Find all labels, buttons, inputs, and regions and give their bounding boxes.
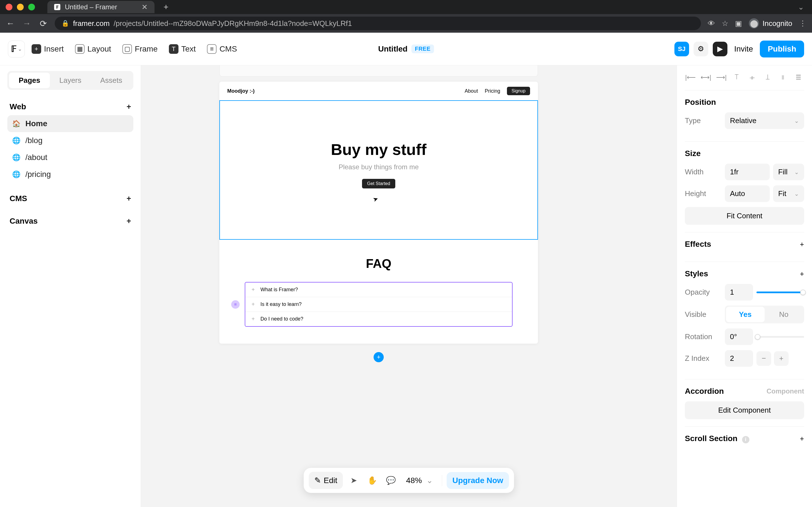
visible-yes[interactable]: Yes [726,307,765,322]
maximize-window-icon[interactable] [28,4,35,10]
page-item-home[interactable]: 🏠 Home [7,115,133,132]
add-section-fab[interactable]: + [373,352,384,362]
component-handle-icon[interactable]: ≡ [231,300,240,309]
edit-mode-button[interactable]: ✎ Edit [309,472,343,489]
hand-tool-button[interactable]: ✋ [364,472,380,489]
add-effect-icon[interactable]: + [800,240,804,249]
size-section: Size Width 1fr Fill ⌄ Height Auto Fit ⌄ … [685,142,804,232]
incognito-badge[interactable]: ⬤ Incognito [749,18,792,29]
rotation-label: Rotation [685,332,721,341]
expand-icon: + [252,301,255,307]
height-input[interactable]: Auto [725,185,770,202]
rotation-input[interactable]: 0° [725,328,753,345]
eye-off-icon[interactable]: 👁 [708,19,715,28]
select-tool-button[interactable]: ➤ [346,472,361,489]
reload-icon[interactable]: ⟳ [38,18,48,29]
tabs-overflow-icon[interactable]: ⌄ [798,3,804,11]
minimize-window-icon[interactable] [17,4,24,10]
back-icon[interactable]: ← [6,18,15,28]
publish-button[interactable]: Publish [760,41,804,57]
favicon-icon: 𝔽 [54,4,60,10]
slider-thumb[interactable] [800,290,806,295]
accordion-item[interactable]: + What is Framer? [245,283,512,297]
align-left-icon[interactable]: |⟵ [685,73,696,82]
close-window-icon[interactable] [6,4,12,10]
kebab-menu-icon[interactable]: ⋮ [799,19,806,28]
text-button[interactable]: T Text [164,41,200,57]
height-mode-select[interactable]: Fit ⌄ [773,185,804,202]
add-page-icon[interactable]: + [126,102,131,111]
gear-icon: ⚙ [698,45,704,53]
position-type-select[interactable]: Relative ⌄ [725,112,804,129]
add-canvas-icon[interactable]: + [126,217,131,226]
artboard[interactable]: Moodjoy :-) About Pricing Signup Buy my … [219,82,538,344]
align-top-icon[interactable]: ⟙ [731,73,742,82]
zindex-decrement[interactable]: − [756,351,771,366]
accordion-item[interactable]: + Is it easy to learn? [245,297,512,312]
upgrade-button[interactable]: Upgrade Now [447,472,509,489]
distribute-h-icon[interactable]: ⫴ [777,73,789,82]
faq-section[interactable]: FAQ ≡ + What is Framer? + Is it easy to … [219,240,538,344]
accordion-item[interactable]: + Do I need to code? [245,312,512,326]
fit-content-button[interactable]: Fit Content [685,207,804,225]
text-icon: T [169,44,179,54]
tab-assets[interactable]: Assets [91,73,132,88]
zindex-increment[interactable]: + [774,351,789,366]
hero-title: Buy my stuff [231,140,526,159]
artboard-header[interactable] [219,65,538,76]
edit-component-button[interactable]: Edit Component [685,401,804,419]
cms-button[interactable]: ≡ CMS [202,41,241,57]
new-tab-button[interactable]: + [163,2,168,12]
panel-icon[interactable]: ▣ [735,19,742,28]
visible-no[interactable]: No [765,307,803,322]
preview-button[interactable]: ▶ [713,42,727,56]
settings-button[interactable]: ⚙ [694,42,708,56]
rotation-slider[interactable] [756,336,804,338]
align-right-icon[interactable]: ⟶| [716,73,727,82]
add-scroll-icon[interactable]: + [800,434,804,443]
opacity-label: Opacity [685,288,721,297]
align-bottom-icon[interactable]: ⟘ [762,73,773,82]
width-mode: Fill [778,168,788,176]
zindex-input[interactable]: 2 [725,350,753,367]
width-input[interactable]: 1fr [725,164,770,180]
align-center-h-icon[interactable]: ⟷| [700,73,712,82]
distribute-v-icon[interactable]: ☰ [793,73,804,82]
layout-button[interactable]: ▦ Layout [70,41,116,57]
type-value: Relative [730,116,756,125]
tab-pages[interactable]: Pages [9,73,50,88]
globe-icon: 🌐 [12,136,20,145]
page-item-pricing[interactable]: 🌐 /pricing [7,166,133,183]
user-avatar[interactable]: SJ [674,42,689,56]
url-field[interactable]: 🔒 framer.com/projects/Untitled--mZ98oDWa… [55,17,701,30]
info-icon[interactable]: i [742,436,749,443]
align-center-v-icon[interactable]: ⟛ [747,73,758,82]
tab-layers[interactable]: Layers [50,73,91,88]
insert-button[interactable]: + Insert [27,41,68,57]
opacity-slider[interactable] [756,291,804,293]
bookmark-star-icon[interactable]: ☆ [722,19,728,28]
frame-button[interactable]: ▢ Frame [118,41,162,57]
accordion-component[interactable]: ≡ + What is Framer? + Is it easy to lear… [245,282,513,327]
zoom-control[interactable]: 48% ⌄ [402,476,437,485]
comment-tool-button[interactable]: 💬 [383,472,399,489]
close-tab-icon[interactable]: ✕ [142,3,148,11]
doc-title[interactable]: Untitled [378,45,407,54]
hero-section[interactable]: Buy my stuff Please buy things from me G… [219,100,538,240]
canvas[interactable]: Moodjoy :-) About Pricing Signup Buy my … [141,65,677,507]
framer-menu-button[interactable]: 𝔽 ⌄ [8,41,25,57]
lock-icon: 🔒 [61,20,69,27]
zindex-label: Z Index [685,354,721,363]
add-style-icon[interactable]: + [800,270,804,278]
slider-thumb[interactable] [755,334,760,340]
invite-button[interactable]: Invite [732,45,755,54]
page-item-blog[interactable]: 🌐 /blog [7,132,133,149]
browser-tab[interactable]: 𝔽 Untitled – Framer ✕ [47,1,154,13]
app-toolbar: 𝔽 ⌄ + Insert ▦ Layout ▢ Frame T Text ≡ C… [0,33,812,65]
forward-icon[interactable]: → [22,18,32,28]
page-item-about[interactable]: 🌐 /about [7,149,133,166]
opacity-input[interactable]: 1 [725,284,753,300]
add-cms-icon[interactable]: + [126,194,131,203]
width-mode-select[interactable]: Fill ⌄ [773,164,804,180]
play-icon: ▶ [717,45,723,53]
